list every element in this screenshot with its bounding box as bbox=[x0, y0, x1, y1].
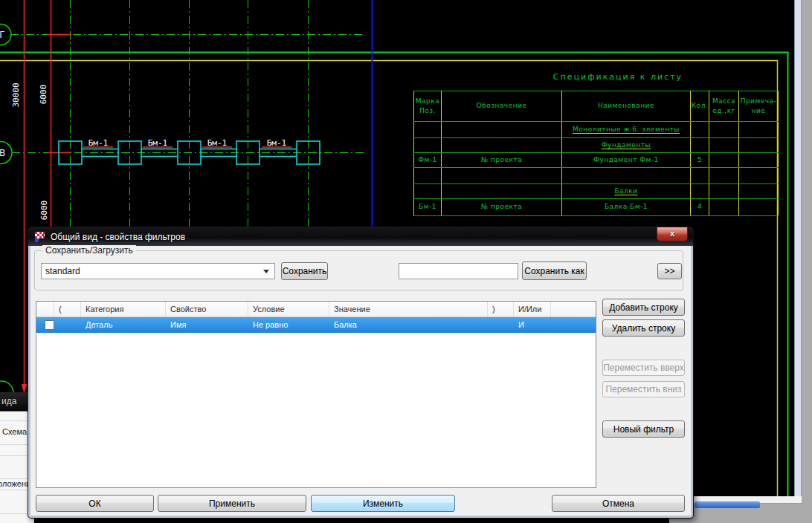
save-button[interactable]: Сохранить bbox=[281, 262, 328, 280]
save-load-label: Сохранить/Загрузить bbox=[42, 245, 136, 256]
spec-item1-name: Фундамент Фм-1 bbox=[562, 153, 691, 168]
spec-header-name: Наименование bbox=[562, 91, 691, 122]
application-window: Бм-1 Бм-1 Бм-1 Бм-1 Г В 30000 6000 6000 … bbox=[0, 0, 812, 523]
spec-item2-name: Балка Бм-1 bbox=[562, 199, 691, 216]
spec-group-beams: Балки bbox=[562, 184, 691, 199]
move-down-button[interactable]: Переместить вниз bbox=[602, 381, 685, 397]
col-condition[interactable]: Условие bbox=[248, 302, 329, 316]
vertical-scrollbar[interactable] bbox=[794, 0, 802, 504]
close-button[interactable]: x bbox=[657, 227, 688, 241]
rule-property: Имя bbox=[166, 317, 248, 333]
preset-value: standard bbox=[45, 266, 80, 276]
apply-button[interactable]: Применить bbox=[158, 495, 306, 512]
col-close-paren[interactable]: ) bbox=[488, 302, 514, 316]
dim-span-2: 6000 bbox=[39, 201, 49, 221]
axis-label-g: Г bbox=[0, 30, 5, 40]
spec-item1-qty: 5 bbox=[691, 153, 709, 168]
background-window-blue-bar bbox=[695, 501, 760, 508]
dialog-titlebar[interactable]: Общий вид - свойства фильтров x bbox=[28, 227, 693, 246]
dialog-title: Общий вид - свойства фильтров bbox=[51, 232, 185, 242]
col-and-or[interactable]: И/Или bbox=[514, 302, 551, 316]
filter-rules-list[interactable]: ( Категория Свойство Условие Значение ) … bbox=[36, 301, 596, 488]
filter-properties-dialog: Общий вид - свойства фильтров x Сохранит… bbox=[28, 227, 693, 518]
spec-item2-qty: 4 bbox=[691, 199, 709, 216]
spec-item1-designation: № проекта bbox=[442, 153, 562, 168]
col-value[interactable]: Значение bbox=[329, 302, 488, 316]
ok-button[interactable]: ОК bbox=[36, 495, 154, 512]
chevron-down-icon bbox=[263, 270, 269, 273]
spec-group-foundations: Фундаменты bbox=[562, 138, 691, 153]
filter-name-input[interactable] bbox=[399, 263, 518, 279]
save-as-button[interactable]: Сохранить как bbox=[522, 262, 587, 280]
rule-and-or: И bbox=[514, 317, 551, 333]
beam-label-3: Бм-1 bbox=[207, 138, 228, 148]
spec-header-mark: Марка Поз. bbox=[414, 91, 442, 122]
dialog-client-area: Сохранить/Загрузить standard Сохранить С… bbox=[30, 246, 691, 516]
delete-row-button[interactable]: Удалить строку bbox=[602, 319, 685, 337]
col-check[interactable] bbox=[36, 302, 54, 316]
list-header-row: ( Категория Свойство Условие Значение ) … bbox=[36, 302, 596, 317]
edit-button[interactable]: Изменить bbox=[311, 495, 455, 512]
col-trailing[interactable] bbox=[551, 302, 597, 316]
col-property[interactable]: Свойство bbox=[166, 302, 248, 316]
spec-header-mass: Масса ед.,кг bbox=[709, 91, 739, 122]
spec-table-title: Спецификация к листу bbox=[454, 72, 782, 82]
col-open-paren[interactable]: ( bbox=[54, 302, 81, 316]
beam-label-2: Бм-1 bbox=[148, 138, 168, 148]
spec-header-designation: Обозначение bbox=[442, 91, 562, 122]
rule-value: Балка bbox=[329, 317, 488, 333]
rule-condition: Не равно bbox=[248, 317, 329, 333]
spec-header-note: Примеча- ние bbox=[739, 91, 779, 122]
new-filter-button[interactable]: Новый фильтр bbox=[602, 420, 685, 438]
window-edge-right bbox=[802, 0, 812, 523]
expand-button[interactable]: >> bbox=[657, 263, 682, 279]
dialog-icon bbox=[34, 231, 46, 243]
preset-combobox[interactable]: standard bbox=[41, 263, 275, 279]
rule-category: Деталь bbox=[81, 317, 166, 333]
beam-label-1: Бм-1 bbox=[88, 138, 109, 148]
spec-item2-mark: Бм-1 bbox=[414, 199, 442, 216]
axis-label-v: В bbox=[0, 148, 5, 158]
move-up-button[interactable]: Переместить вверх bbox=[602, 360, 685, 376]
add-row-button[interactable]: Добавить строку bbox=[602, 299, 685, 316]
dim-span-1: 6000 bbox=[39, 85, 48, 105]
dim-total: 30000 bbox=[11, 82, 21, 107]
cancel-button[interactable]: Отмена bbox=[552, 495, 685, 512]
beam-label-4: Бм-1 bbox=[267, 138, 287, 148]
background-panel-item-2[interactable]: оложени bbox=[0, 479, 30, 488]
spec-item1-mark: Фм-1 bbox=[414, 153, 442, 168]
rule-checkbox[interactable] bbox=[45, 320, 54, 330]
spec-item2-designation: № проекта bbox=[442, 199, 562, 216]
col-category[interactable]: Категория bbox=[81, 302, 166, 316]
filter-rule-row[interactable]: Деталь Имя Не равно Балка И bbox=[36, 317, 596, 333]
spec-group-monolithic: Монолитные ж.б. элементы bbox=[562, 122, 691, 138]
spec-header-qty: Кол. bbox=[691, 91, 709, 122]
spec-table: Марка Поз. Обозначение Наименование Кол.… bbox=[413, 91, 779, 216]
